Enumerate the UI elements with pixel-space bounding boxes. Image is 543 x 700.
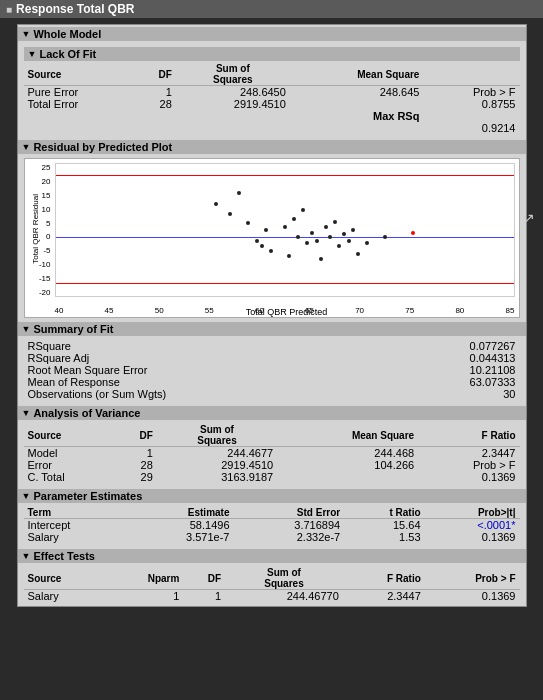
lof-col-df: DF [135, 63, 176, 86]
effect-collapse-icon: ▼ [22, 551, 31, 561]
anova-section: Source DF Sum ofSquares Mean Square F Ra… [18, 422, 526, 487]
scatter-dot [255, 239, 259, 243]
window-title: Response Total QBR [16, 2, 134, 16]
lof-col-source: Source [24, 63, 136, 86]
lack-of-fit-label: Lack Of Fit [39, 48, 96, 60]
table-row: RSquare0.077267 [24, 340, 520, 352]
lof-col-sumsq: Sum ofSquares [176, 63, 290, 86]
table-row: Salary3.571e-72.332e-71.530.1369 [24, 531, 520, 543]
scatter-dot [365, 241, 369, 245]
scatter-dot [310, 231, 314, 235]
scatter-dot [356, 252, 360, 256]
plot-collapse-icon: ▼ [22, 142, 31, 152]
scatter-dot [260, 244, 264, 248]
scatter-dot [264, 228, 268, 232]
scatter-dot [305, 241, 309, 245]
scatter-dot [287, 254, 291, 258]
table-row: Total Error 28 2919.4510 0.8755 [24, 98, 520, 110]
anova-header[interactable]: ▼ Analysis of Variance [18, 406, 526, 420]
scatter-dot [283, 225, 287, 229]
effect-tests-table: Source Nparm DF Sum ofSquares F Ratio Pr… [24, 567, 520, 602]
scatter-dot [333, 220, 337, 224]
scatter-dot [342, 232, 346, 236]
anova-collapse-icon: ▼ [22, 408, 31, 418]
scatter-dot [383, 235, 387, 239]
scatter-dot [246, 221, 250, 225]
scatter-dot [337, 244, 341, 248]
plot-canvas [55, 163, 515, 297]
lack-of-fit-table: Source DF Sum ofSquares Mean Square Pure… [24, 63, 520, 134]
scatter-dot [292, 217, 296, 221]
scatter-dot [228, 212, 232, 216]
param-collapse-icon: ▼ [22, 491, 31, 501]
effect-tests-section: Source Nparm DF Sum ofSquares F Ratio Pr… [18, 565, 526, 606]
residual-plot-header[interactable]: ▼ Residual by Predicted Plot [18, 140, 526, 154]
summary-of-fit-table: RSquare0.077267 RSquare Adj0.044313 Root… [24, 340, 520, 400]
effect-tests-header[interactable]: ▼ Effect Tests [18, 549, 526, 563]
y-axis-label: Total QBR Residual [27, 159, 45, 299]
upper-red-line [56, 175, 514, 176]
scatter-dot [351, 228, 355, 232]
table-row: Max RSq [24, 110, 520, 122]
whole-model-header[interactable]: ▼ Whole Model [18, 27, 526, 41]
zero-line [56, 237, 514, 238]
table-row: C. Total293163.91870.1369 [24, 471, 520, 483]
scatter-dot [237, 191, 241, 195]
scatter-dot [214, 202, 218, 206]
param-est-header[interactable]: ▼ Parameter Estimates [18, 489, 526, 503]
scatter-dot [301, 208, 305, 212]
whole-model-label: Whole Model [33, 28, 101, 40]
scatter-dot [324, 225, 328, 229]
table-row: Model1244.4677244.4682.3447 [24, 447, 520, 460]
scatter-dot-red [411, 231, 415, 235]
param-est-section: Term Estimate Std Error t Ratio Prob>|t|… [18, 505, 526, 547]
scatter-dot [296, 235, 300, 239]
table-row: Intercept58.14963.71689415.64 <.0001* [24, 519, 520, 532]
table-row: Salary11244.467702.34470.1369 [24, 590, 520, 603]
lack-of-fit-header[interactable]: ▼ Lack Of Fit [24, 47, 520, 61]
x-axis-label: Total QBR Predicted [55, 307, 519, 317]
table-row: RSquare Adj0.044313 [24, 352, 520, 364]
residual-plot-area: 252015105 0-5-10-15-20 [24, 158, 520, 318]
table-row: Error282919.4510104.266Prob > F [24, 459, 520, 471]
window-title-bar: ■ Response Total QBR [0, 0, 543, 18]
scatter-dot [269, 249, 273, 253]
anova-label: Analysis of Variance [33, 407, 140, 419]
lof-col-meansq: Mean Square [290, 63, 424, 86]
table-row: Mean of Response63.07333 [24, 376, 520, 388]
main-panel: ▼ Whole Model ▼ Lack Of Fit Source DF Su… [17, 24, 527, 607]
scatter-dot [319, 257, 323, 261]
collapse-icon: ▼ [22, 29, 31, 39]
anova-table: Source DF Sum ofSquares Mean Square F Ra… [24, 424, 520, 483]
lower-red-line [56, 283, 514, 284]
scatter-dot [315, 239, 319, 243]
lof-collapse-icon: ▼ [28, 49, 37, 59]
table-row: Pure Error 1 248.6450 248.645 Prob > F [24, 86, 520, 99]
scatter-dot [347, 239, 351, 243]
table-row: Root Mean Square Error10.21108 [24, 364, 520, 376]
cursor-indicator: ↗ [523, 210, 535, 226]
summary-of-fit-header[interactable]: ▼ Summary of Fit [18, 322, 526, 336]
param-est-table: Term Estimate Std Error t Ratio Prob>|t|… [24, 507, 520, 543]
lack-of-fit-section: ▼ Lack Of Fit Source DF Sum ofSquares Me… [18, 43, 526, 138]
table-row: Observations (or Sum Wgts)30 [24, 388, 520, 400]
param-est-label: Parameter Estimates [33, 490, 142, 502]
summary-of-fit-section: RSquare0.077267 RSquare Adj0.044313 Root… [18, 338, 526, 404]
residual-plot-label: Residual by Predicted Plot [33, 141, 172, 153]
effect-tests-label: Effect Tests [33, 550, 95, 562]
scatter-dot [328, 235, 332, 239]
summary-of-fit-label: Summary of Fit [33, 323, 113, 335]
window-close-icon[interactable]: ■ [6, 4, 12, 15]
lof-col-extra [423, 63, 519, 86]
sof-collapse-icon: ▼ [22, 324, 31, 334]
table-row: 0.9214 [24, 122, 520, 134]
